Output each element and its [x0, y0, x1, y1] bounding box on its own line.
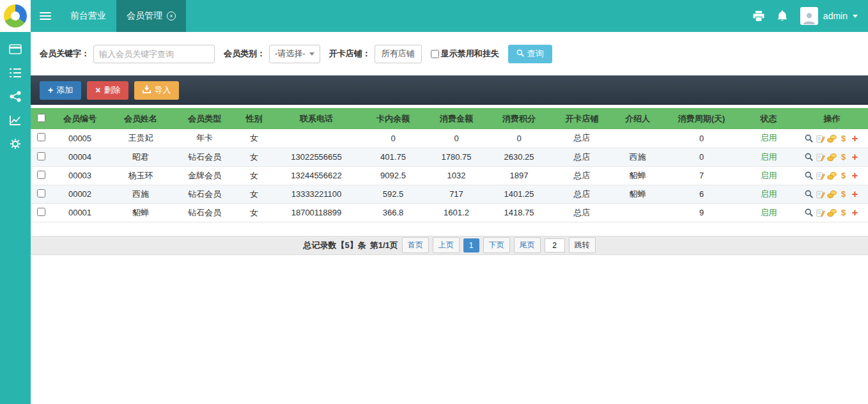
app-logo[interactable]	[0, 0, 31, 32]
coins-icon[interactable]	[827, 152, 837, 162]
filter-bar: 会员关键字： 会员类别： -请选择- 开卡店铺： 所有店铺 显示禁用和挂失 查询	[31, 32, 868, 75]
cell-store: 总店	[550, 148, 614, 166]
username: admin	[823, 11, 848, 21]
cell-referrer: 貂蝉	[614, 166, 662, 185]
member-row: 00002西施钻石会员女13333221100592.57171401.25总店…	[31, 185, 868, 203]
column-header[interactable]: 会员姓名	[109, 108, 173, 129]
add-button-label: 添加	[56, 84, 73, 96]
jump-page-input[interactable]	[545, 238, 565, 252]
close-tab-icon[interactable]: ×	[167, 12, 176, 20]
column-header[interactable]: 会员编号	[51, 108, 109, 129]
plus-icon[interactable]: +	[850, 189, 860, 199]
show-disabled-label[interactable]: 显示禁用和挂失	[441, 48, 499, 59]
coins-icon[interactable]	[827, 189, 837, 199]
column-header[interactable]: 会员类型	[173, 108, 236, 129]
row-checkbox[interactable]	[37, 171, 45, 179]
column-header[interactable]: 开卡店铺	[550, 108, 614, 129]
dollar-icon[interactable]: $	[839, 189, 849, 199]
sidebar-item-share[interactable]	[0, 86, 31, 109]
keyword-label: 会员关键字：	[40, 48, 89, 59]
row-checkbox[interactable]	[37, 189, 45, 198]
sidebar	[0, 32, 31, 404]
jump-button[interactable]: 跳转	[569, 237, 596, 253]
tab-front-desk[interactable]: 前台营业	[60, 0, 116, 32]
printer-icon[interactable]	[753, 11, 764, 22]
edit-icon[interactable]	[816, 171, 826, 181]
column-header[interactable]: 性别	[236, 108, 272, 129]
cell-phone	[272, 129, 361, 148]
edit-icon[interactable]	[816, 152, 826, 162]
search-icon[interactable]	[804, 152, 814, 162]
topbar-right: admin	[753, 0, 868, 32]
plus-icon[interactable]: +	[850, 208, 860, 218]
edit-icon[interactable]	[816, 134, 826, 144]
dollar-icon[interactable]: $	[839, 171, 849, 181]
column-header[interactable]: 消费周期(天)	[662, 108, 741, 129]
column-header[interactable]: 消费积分	[488, 108, 550, 129]
edit-icon[interactable]	[816, 208, 826, 218]
tab-member-management[interactable]: 会员管理 ×	[116, 0, 186, 32]
sidebar-item-list[interactable]	[0, 62, 31, 86]
plus-icon[interactable]: +	[850, 171, 860, 181]
column-header[interactable]: 卡内余额	[361, 108, 425, 129]
cell-cycle: 6	[662, 185, 741, 203]
cell-status: 启用	[741, 129, 796, 148]
search-icon[interactable]	[804, 208, 814, 218]
import-button[interactable]: 导入	[134, 81, 179, 100]
cell-store: 总店	[550, 185, 614, 203]
search-icon[interactable]	[804, 171, 814, 181]
column-header[interactable]: 联系电话	[272, 108, 361, 129]
sidebar-item-reports[interactable]	[0, 109, 31, 133]
coins-icon[interactable]	[827, 208, 837, 218]
delete-button[interactable]: × 删除	[87, 81, 128, 100]
cell-balance: 0	[361, 129, 425, 148]
plus-icon[interactable]: +	[850, 134, 860, 144]
cell-balance: 592.5	[361, 185, 425, 203]
next-page-button[interactable]: 下页	[483, 237, 510, 253]
cell-member-name: 貂蝉	[109, 203, 173, 222]
dollar-icon[interactable]: $	[839, 208, 849, 218]
first-page-button[interactable]: 首页	[402, 237, 429, 253]
column-header[interactable]: 状态	[741, 108, 796, 129]
edit-icon[interactable]	[816, 189, 826, 199]
bell-icon[interactable]	[777, 10, 787, 22]
last-page-button[interactable]: 尾页	[514, 237, 541, 253]
user-menu[interactable]: admin	[800, 7, 858, 25]
sidebar-item-billing[interactable]	[0, 38, 31, 62]
row-checkbox[interactable]	[37, 152, 45, 160]
sidebar-item-settings[interactable]	[0, 133, 31, 157]
row-checkbox[interactable]	[37, 133, 45, 141]
search-icon[interactable]	[804, 189, 814, 199]
member-row: 00004昭君钻石会员女13022556655401.751780.752630…	[31, 148, 868, 166]
cell-cycle: 7	[662, 166, 741, 185]
add-button[interactable]: + 添加	[40, 81, 81, 100]
cell-balance: 9092.5	[361, 166, 425, 185]
column-header[interactable]: 操作	[796, 108, 868, 129]
show-disabled-checkbox[interactable]	[431, 50, 439, 58]
plus-icon[interactable]: +	[850, 152, 860, 162]
dollar-icon[interactable]: $	[839, 152, 849, 162]
store-select[interactable]: 所有店铺	[375, 45, 422, 63]
row-checkbox[interactable]	[37, 208, 45, 216]
keyword-input[interactable]	[93, 45, 215, 63]
search-icon[interactable]	[804, 134, 814, 144]
cell-status: 启用	[741, 203, 796, 222]
menu-toggle-icon[interactable]	[31, 0, 60, 32]
cell-operations: $+	[796, 203, 868, 222]
column-header[interactable]: 消费金额	[425, 108, 488, 129]
prev-page-button[interactable]: 上页	[433, 237, 460, 253]
cell-phone: 13244556622	[272, 166, 361, 185]
select-all-checkbox[interactable]	[37, 114, 45, 122]
member-type-select[interactable]: -请选择-	[269, 45, 320, 63]
table-header-row: 会员编号会员姓名会员类型性别联系电话卡内余额消费金额消费积分开卡店铺介绍人消费周…	[31, 108, 868, 129]
current-page-button[interactable]: 1	[463, 238, 479, 252]
coins-icon[interactable]	[827, 171, 837, 181]
cell-referrer	[614, 203, 662, 222]
member-row: 00003杨玉环金牌会员女132445566229092.510321897总店…	[31, 166, 868, 185]
coins-icon[interactable]	[827, 134, 837, 144]
store-label: 开卡店铺：	[329, 48, 371, 59]
search-button[interactable]: 查询	[508, 45, 552, 63]
dollar-icon[interactable]: $	[839, 134, 849, 144]
cell-points: 1401.25	[488, 185, 550, 203]
column-header[interactable]: 介绍人	[614, 108, 662, 129]
